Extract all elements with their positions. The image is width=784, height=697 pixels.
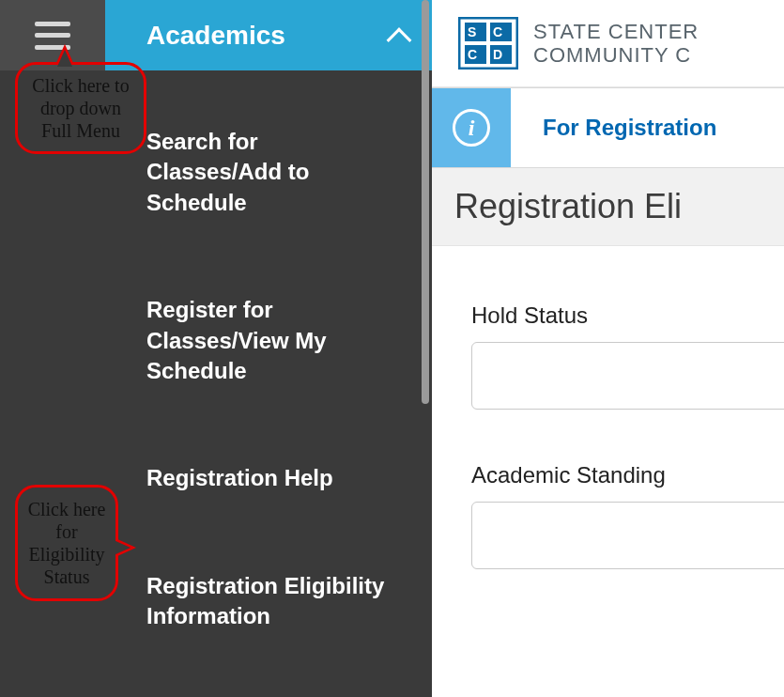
svg-text:S: S [468,24,476,39]
sidebar-item-label: Search for Classes/Add to Schedule [146,129,309,215]
hamburger-button[interactable] [0,0,105,70]
sidebar-section-header[interactable]: Academics [105,0,432,70]
brand-logo-icon: S C C D [458,17,518,70]
brand-line1: STATE CENTER [533,20,699,43]
annotation-eligibility-callout: Click here for Eligibility Status [15,485,118,601]
page-title-bar: Registration Eli [432,168,784,246]
form-area: Hold Status Academic Standing [432,246,784,569]
registration-info-link[interactable]: For Registration [511,88,784,167]
academic-standing-value-box [471,502,784,569]
annotation-menu-callout: Click here to drop down Full Menu [15,62,146,154]
info-icon-cell: i [432,88,511,167]
chevron-up-icon [385,22,413,50]
sidebar-item-register-view-schedule[interactable]: Register for Classes/View My Schedule [0,286,432,395]
field-label: Hold Status [471,302,784,329]
sidebar-item-label: Register for Classes/View My Schedule [146,297,327,383]
sidebar-scrollbar[interactable] [419,0,432,697]
svg-text:C: C [493,24,502,39]
sidebar-section-label: Academics [146,21,285,51]
field-academic-standing: Academic Standing [471,462,784,569]
info-banner: i For Registration [432,87,784,168]
page-title: Registration Eli [454,187,784,226]
brand-text: STATE CENTER COMMUNITY C [533,20,699,68]
app-root: Academics Search for Classes/Add to Sche… [0,0,784,697]
annotation-text: Click here for Eligibility Status [25,498,108,588]
brand-header: S C C D STATE CENTER COMMUNITY C [432,0,784,87]
field-hold-status: Hold Status [471,302,784,410]
sidebar: Academics Search for Classes/Add to Sche… [0,0,432,697]
info-link-text: For Registration [543,115,716,141]
content-area: S C C D STATE CENTER COMMUNITY C i For R… [432,0,784,697]
hold-status-value-box [471,342,784,410]
svg-text:D: D [493,47,502,62]
sidebar-item-label: Registration Help [146,465,333,490]
annotation-text: Click here to drop down Full Menu [25,74,136,142]
svg-text:C: C [468,47,477,62]
field-label: Academic Standing [471,462,784,488]
sidebar-item-label: Registration Eligibility Information [146,573,384,628]
scrollbar-thumb[interactable] [422,0,429,404]
brand-line2: COMMUNITY C [533,43,699,67]
sidebar-menu: Search for Classes/Add to Schedule Regis… [0,70,432,697]
info-icon: i [453,109,490,147]
